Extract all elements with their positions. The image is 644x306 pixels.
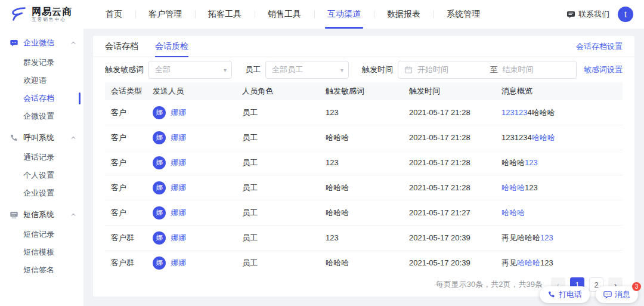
nav-item[interactable]: 数据报表 [374,0,434,29]
highlighted-keyword[interactable]: 哈哈哈 [501,208,525,217]
cell-trigger-time: 2021-05-17 21:28 [403,133,496,142]
column-header: 触发敏感词 [320,86,403,97]
table-row[interactable]: 客户娜娜娜员工哈哈哈2021-05-17 21:281231234哈哈哈 [105,125,623,150]
highlighted-keyword[interactable]: 哈哈哈 [517,258,540,267]
cell-role: 员工 [236,107,320,118]
table-row[interactable]: 客户娜娜娜员工1232021-05-17 21:281231234哈哈哈 [105,100,623,125]
nav-item[interactable]: 系统管理 [434,0,493,29]
start-time-placeholder: 开始时间 [417,64,485,75]
user-avatar[interactable]: t [618,7,633,22]
sender-name[interactable]: 娜娜 [171,157,186,168]
sender-avatar: 娜 [153,231,166,245]
sender-name[interactable]: 娜娜 [171,107,186,118]
cell-trigger-time: 2021-05-17 21:28 [403,183,496,192]
sidebar-item[interactable]: 企微设置 [0,107,83,125]
nav-item[interactable]: 拓客工具 [195,0,255,29]
nav-item[interactable]: 首页 [92,0,135,29]
nav-item[interactable]: 客户管理 [135,0,195,29]
sidebar-item[interactable]: 短信签名 [0,261,83,279]
tab-bar: 会话存档会话质检 会话存档设置 [93,36,634,57]
contact-us-button[interactable]: 联系我们 [566,9,609,20]
cell-role: 员工 [236,157,320,168]
sidebar-item[interactable]: 会话存档 [0,89,83,107]
cell-conversation-type: 客户 [105,157,147,168]
keyword-settings-link[interactable]: 敏感词设置 [584,64,623,75]
chevron-up-icon [70,212,76,218]
tab[interactable]: 会话存档 [105,36,138,57]
cell-keyword: 123 [320,158,403,167]
cell-conversation-type: 客户 [105,107,147,118]
tab[interactable]: 会话质检 [155,36,188,57]
cell-conversation-type: 客户群 [105,233,147,243]
message-preview: 再见哈哈哈123 [496,258,623,268]
highlighted-keyword[interactable]: 哈哈哈 [532,133,555,142]
sidebar-item[interactable]: 短信模板 [0,243,83,261]
sensitive-word-select[interactable]: 全部 ▾ [148,61,232,79]
highlighted-keyword[interactable]: 123 [525,158,538,167]
highlighted-keyword[interactable]: 哈哈哈 [501,183,525,192]
highlighted-keyword[interactable]: 123123 [501,108,527,117]
table-body: 客户娜娜娜员工1232021-05-17 21:281231234哈哈哈客户娜娜… [93,100,634,273]
time-range-picker[interactable]: 开始时间 至 结束时间 [398,61,577,79]
sender-avatar: 娜 [153,106,166,119]
table-row[interactable]: 客户娜娜娜员工哈哈哈2021-05-17 21:27哈哈哈 [105,200,623,225]
archive-settings-link[interactable]: 会话存档设置 [576,41,623,52]
logo-icon [10,5,27,23]
table-row[interactable]: 客户群娜娜娜员工1232021-05-17 20:39再见哈哈哈123 [105,225,623,251]
sidebar-item[interactable]: 通话记录 [0,149,83,166]
message-icon [603,290,612,299]
cell-sender: 娜娜娜 [147,106,236,119]
sender-name[interactable]: 娜娜 [171,233,186,243]
message-text: 4哈哈哈 [527,108,555,117]
sidebar-item[interactable]: 个人设置 [0,166,83,184]
sidebar-section-header[interactable]: 短信系统 [0,204,83,225]
sidebar-item[interactable]: 欢迎语 [0,72,83,89]
nav-item[interactable]: 互动渠道 [314,0,374,29]
app-header: 网易云商 互客销售中心 首页客户管理拓客工具销售工具互动渠道数据报表系统管理 联… [0,0,644,29]
sidebar-section-header[interactable]: 呼叫系统 [0,127,83,149]
contact-us-label: 联系我们 [578,9,609,20]
cell-sender: 娜娜娜 [147,206,236,220]
table-row[interactable]: 客户娜娜娜员工1232021-05-17 21:28哈哈哈123 [105,150,623,175]
chevron-up-icon [70,40,76,46]
cell-trigger-time: 2021-05-17 20:39 [403,233,496,242]
cell-role: 员工 [236,258,320,268]
sender-name[interactable]: 娜娜 [171,183,186,193]
cell-keyword: 哈哈哈 [320,208,403,218]
phone-icon [547,290,556,299]
column-header: 发送人员 [147,86,236,97]
sidebar-item[interactable]: 短信记录 [0,225,83,243]
sidebar-section-header[interactable]: 企业微信 [0,32,83,54]
cell-role: 员工 [236,233,320,243]
message-preview: 哈哈哈 [496,208,623,218]
app-logo[interactable]: 网易云商 互客销售中心 [0,5,72,23]
table-row[interactable]: 客户群娜娜娜员工哈哈哈2021-05-17 20:39再见哈哈哈123 [105,251,623,273]
sidebar-item[interactable]: 企业设置 [0,184,83,202]
message-button[interactable]: 消息 3 [596,286,638,303]
tab-list: 会话存档会话质检 [105,36,205,57]
sidebar-section-label: 企业微信 [23,38,54,48]
staff-filter-label: 员工 [245,64,261,75]
sender-name[interactable]: 娜娜 [171,132,186,143]
end-time-placeholder: 结束时间 [503,64,571,75]
cell-sender: 娜娜娜 [147,256,236,270]
cell-conversation-type: 客户 [105,132,147,143]
table-row[interactable]: 客户娜娜娜员工哈哈哈2021-05-17 21:28哈哈哈123 [105,175,623,200]
sender-name[interactable]: 娜娜 [171,208,186,218]
message-text: 再见哈哈哈 [501,233,540,242]
message-preview: 1231234哈哈哈 [496,107,623,118]
message-preview: 哈哈哈123 [496,157,623,168]
call-button[interactable]: 打电话 [540,286,590,303]
staff-select[interactable]: 全部员工 ▾ [265,61,349,79]
highlighted-keyword[interactable]: 123 [540,233,553,242]
sidebar-item[interactable]: 群发记录 [0,54,83,72]
message-text: 哈哈哈 [501,158,525,167]
content-card: 会话存档会话质检 会话存档设置 触发敏感词 全部 ▾ 员工 全部员工 ▾ 触发时… [93,36,634,296]
pagination-summary: 每页显示30条，共2页，共39条 [436,279,543,290]
cell-sender: 娜娜娜 [147,231,236,245]
wecom-icon [10,39,18,48]
cell-sender: 娜娜娜 [147,156,236,169]
nav-item[interactable]: 销售工具 [255,0,314,29]
message-preview: 哈哈哈123 [496,183,623,193]
sender-name[interactable]: 娜娜 [171,258,186,268]
